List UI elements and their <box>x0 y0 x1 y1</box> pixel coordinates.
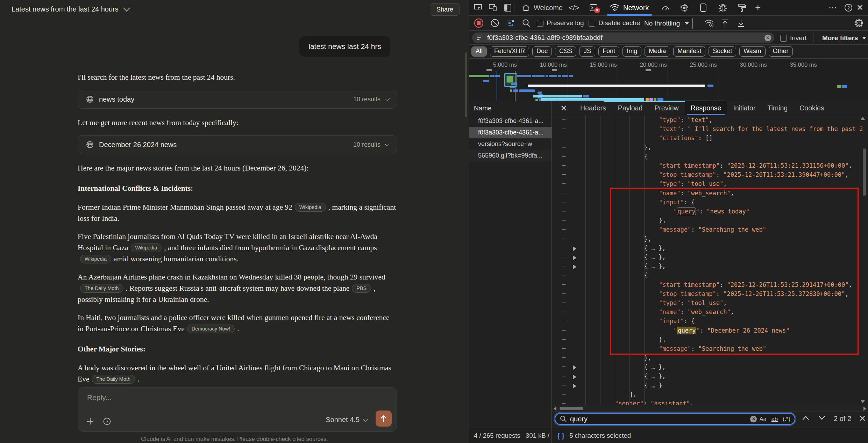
more-tabs-plus-icon[interactable]: + <box>755 0 761 15</box>
request-row[interactable]: f0f3a303-cfbe-4361-a... <box>469 127 552 138</box>
json-code-line[interactable]: –"text": " I'll search for the latest ne… <box>552 125 868 134</box>
json-code-line[interactable]: –"start_timestamp": "2025-12-26T11:53:21… <box>552 162 868 171</box>
history-clock-icon[interactable] <box>102 417 112 426</box>
import-har-icon[interactable] <box>720 18 730 28</box>
detail-tab-cookies[interactable]: Cookies <box>794 101 830 115</box>
filter-chip-img[interactable]: Img <box>622 46 641 57</box>
citation-pill[interactable]: The Daily Moth <box>92 375 135 384</box>
filter-chip-socket[interactable]: Socket <box>709 46 736 57</box>
close-find-icon[interactable]: ✕ <box>859 414 866 423</box>
json-code-line[interactable]: –{ … }, <box>552 363 868 372</box>
json-code-line[interactable]: –{ … }, <box>552 372 868 382</box>
json-code-line[interactable]: –], <box>552 391 868 400</box>
json-code-line[interactable]: –"stop_timestamp": "2025-12-26T11:53:21.… <box>552 171 868 180</box>
detail-tab-payload[interactable]: Payload <box>612 101 648 115</box>
fold-arrow-icon[interactable] <box>573 246 576 251</box>
record-button[interactable] <box>474 18 484 28</box>
citation-pill[interactable]: PBS <box>352 284 371 293</box>
fold-arrow-icon[interactable] <box>573 264 576 269</box>
horizontal-scrollbar-thumb[interactable] <box>560 407 583 410</box>
close-icon[interactable]: ✕ <box>856 0 863 15</box>
tab-network[interactable]: Network <box>610 0 649 15</box>
throttling-select[interactable]: No throttling <box>640 18 693 29</box>
fold-arrow-icon[interactable] <box>573 365 576 370</box>
settings-gear-icon[interactable] <box>853 18 865 28</box>
find-next-icon[interactable] <box>818 414 825 422</box>
name-column-header[interactable]: Name <box>469 101 552 115</box>
detail-tab-preview[interactable]: Preview <box>648 101 684 115</box>
network-conditions-icon[interactable] <box>704 18 715 28</box>
help-icon[interactable]: ? <box>844 0 853 15</box>
dock-side-icon[interactable] <box>503 0 512 15</box>
model-selector[interactable]: Sonnet 4.5 <box>326 416 367 424</box>
json-code-line[interactable]: –}, <box>552 144 868 153</box>
json-code-line[interactable]: –{ … } <box>552 382 868 391</box>
scroll-down-arrow-icon[interactable] <box>860 400 865 403</box>
json-code-line[interactable]: –"sender": "assistant", <box>552 400 868 405</box>
share-button[interactable]: Share <box>430 3 460 16</box>
tab-application storage-icon[interactable] <box>699 0 707 15</box>
response-json-viewer[interactable]: –"type": "text",–"text": " I'll search f… <box>552 115 868 405</box>
citation-pill[interactable]: Democracy Now! <box>187 325 235 333</box>
tab-performance gauge-icon[interactable] <box>661 0 670 15</box>
close-detail-icon[interactable]: ✕ <box>552 103 574 113</box>
filter-chip-css[interactable]: CSS <box>555 46 576 57</box>
filter-chip-font[interactable]: Font <box>598 46 619 57</box>
citation-pill[interactable]: Wikipedia <box>80 255 111 263</box>
preserve-log-checkbox[interactable]: Preserve log <box>537 18 584 28</box>
tab-welcome[interactable]: Welcome <box>521 0 563 15</box>
json-code-line[interactable]: –"type": "text", <box>552 116 868 125</box>
filter-chip-manifest[interactable]: Manifest <box>673 46 705 57</box>
scroll-left-arrow-icon[interactable] <box>554 407 556 411</box>
format-braces-icon[interactable]: { } <box>557 432 564 440</box>
detail-tab-timing[interactable]: Timing <box>761 101 794 115</box>
inspect-icon[interactable] <box>473 0 483 15</box>
web-search-card[interactable]: news today10 results <box>78 90 397 109</box>
web-search-card[interactable]: December 26 2024 news10 results <box>78 135 397 154</box>
json-code-line[interactable]: –{ <box>552 153 868 162</box>
detail-tab-initiator[interactable]: Initiator <box>727 101 761 115</box>
detail-tab-response[interactable]: Response <box>685 101 727 115</box>
filter-chip-doc[interactable]: Doc <box>532 46 552 57</box>
clear-find-icon[interactable]: ✕ <box>750 416 757 422</box>
filter-chip-all[interactable]: All <box>471 46 487 57</box>
request-row[interactable]: 565960.gif?bk=99dfa... <box>469 150 552 161</box>
match-case-button[interactable]: Aa <box>759 416 766 422</box>
devtools-menu-dots-icon[interactable]: ⋯ <box>828 0 838 15</box>
tab-styles brush-icon[interactable] <box>737 0 747 15</box>
whole-word-button[interactable]: ab <box>771 416 778 422</box>
filter-chip-other[interactable]: Other <box>769 46 793 57</box>
vertical-scrollbar-thumb[interactable] <box>863 148 866 196</box>
fold-arrow-icon[interactable] <box>573 384 576 388</box>
tab-debugger bug-icon[interactable] <box>718 0 728 15</box>
send-button[interactable] <box>376 411 392 427</box>
fold-arrow-icon[interactable] <box>573 255 576 260</box>
regex-button[interactable]: (.*) <box>783 416 790 422</box>
device-toolbar-icon[interactable] <box>488 0 498 15</box>
request-row[interactable]: versions?source=w <box>469 138 552 150</box>
scroll-right-arrow-icon[interactable] <box>863 407 866 411</box>
network-overview-waterfall[interactable]: 5,000 ms10,000 ms15,000 ms20,000 ms25,00… <box>469 59 868 101</box>
attach-plus-icon[interactable] <box>86 417 95 426</box>
request-row[interactable]: f0f3a303-cfbe-4361-a... <box>469 115 552 127</box>
citation-pill[interactable]: Wikipedia <box>131 244 162 252</box>
chevron-down-icon[interactable] <box>123 5 130 12</box>
scroll-up-arrow-icon[interactable] <box>860 117 865 120</box>
filter-chip-js[interactable]: JS <box>579 46 595 57</box>
search-icon[interactable] <box>521 18 531 28</box>
filter-chip-fetchxhr[interactable]: Fetch/XHR <box>490 46 529 57</box>
tab-elements code-icon[interactable]: </> <box>569 0 579 15</box>
citation-pill[interactable]: Wikipedia <box>295 203 326 212</box>
find-input[interactable]: query ✕ Aa ab (.*) <box>555 413 795 425</box>
more-filters-button[interactable]: More filters <box>822 33 866 43</box>
json-code-line[interactable]: –}, <box>552 354 868 363</box>
horizontal-scrollbar[interactable] <box>552 405 868 412</box>
export-har-icon[interactable] <box>736 18 746 28</box>
tab-memory chip-icon[interactable] <box>680 0 689 15</box>
filter-input[interactable]: f0f3a303-cfbe-4361-a8f9-c989bfaabddf ✕ <box>472 32 774 43</box>
chat-scrollbar[interactable] <box>465 52 467 117</box>
clear-button block-icon[interactable] <box>490 18 500 28</box>
filter-chip-wasm[interactable]: Wasm <box>739 46 765 57</box>
tab-console console-icon[interactable]: ✕ <box>589 0 598 15</box>
detail-tab-headers[interactable]: Headers <box>574 101 612 115</box>
